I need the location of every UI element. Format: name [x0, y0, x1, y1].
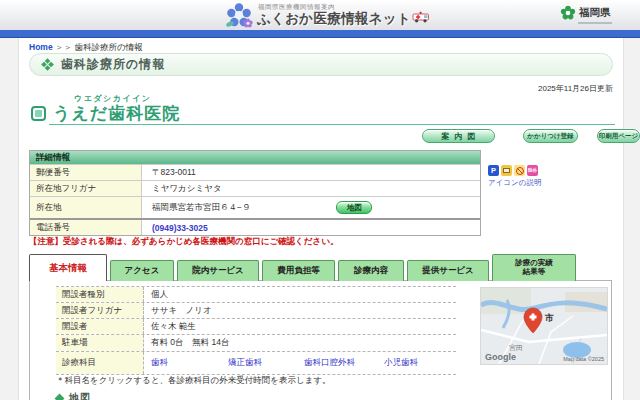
row-label: 開設者フリガナ — [56, 303, 144, 318]
map-town-label: 宮田 — [509, 344, 523, 352]
page-title: 歯科診療所の情報 — [61, 56, 165, 73]
parking-icon: P — [488, 165, 499, 176]
site-logo-flower-icon — [224, 1, 254, 31]
address-value: 福岡県宮若市宮田６４−９ — [152, 202, 250, 214]
row-label: 所在地フリガナ — [30, 181, 142, 196]
basic-info-table: 開設者種別 個人 開設者フリガナ ササキ ノリオ 開設者 佐々木 範生 駐車場 … — [56, 286, 456, 375]
site-title: ふくおか医療情報ネット — [257, 10, 411, 28]
table-row: 開設者種別 個人 — [56, 287, 456, 303]
row-value: 〒823-0011 — [142, 165, 480, 180]
map-city-label: 市 — [544, 313, 554, 323]
row-value: ササキ ノリオ — [144, 303, 456, 318]
table-row: 駐車場 有料 0台 無料 14台 — [56, 335, 456, 352]
detail-info-table: 詳細情報 郵便番号 〒823-0011 所在地フリガナ ミヤワカシミヤタ 所在地… — [29, 150, 481, 236]
dept-link-oral-surgery[interactable]: 歯科口腔外科 — [304, 357, 384, 369]
dept-link-dental[interactable]: 歯科 — [151, 357, 228, 369]
phone-link[interactable]: (0949)33-3025 — [152, 223, 208, 233]
breadcrumb-home-link[interactable]: Home — [29, 42, 53, 52]
table-row: 所在地 福岡県宮若市宮田６４−９ 地図 — [30, 196, 480, 218]
tab-access[interactable]: アクセス — [110, 260, 174, 281]
prescription-icon: 院外 — [527, 165, 538, 176]
row-value: 個人 — [144, 287, 456, 302]
device-icon — [501, 165, 512, 176]
clinic-name: うえだ歯科医院 — [53, 102, 180, 125]
departments-note: ＊科目名をクリックすると、各診療科目の外来受付時間を表示します。 — [56, 375, 331, 387]
pref-flower-icon — [560, 5, 576, 21]
pref-name: 福岡県 — [579, 6, 611, 20]
row-value: 佐々木 範生 — [144, 319, 456, 334]
dept-link-pediatric-dental[interactable]: 小児歯科 — [384, 357, 418, 369]
google-logo: Google — [485, 352, 516, 362]
clinic-underline — [49, 124, 615, 125]
map-button[interactable]: 地図 — [336, 201, 372, 214]
map-section-heading: 地図 — [56, 391, 91, 400]
clinic-name-row: うえだ歯科医院 — [31, 102, 180, 125]
header-blue-bar — [0, 30, 640, 38]
row-label: 所在地 — [30, 197, 142, 218]
tab-costs[interactable]: 費用負担等 — [262, 260, 335, 281]
table-row: 所在地フリガナ ミヤワカシミヤタ — [30, 180, 480, 196]
tab-provided-services[interactable]: 提供サービス — [407, 260, 489, 281]
table-row: 開設者フリガナ ササキ ノリオ — [56, 303, 456, 319]
tab-content-panel: 開設者種別 個人 開設者フリガナ ササキ ノリオ 開設者 佐々木 範生 駐車場 … — [29, 280, 612, 400]
icon-legend-link[interactable]: アイコンの説明 — [488, 178, 541, 188]
table-row: 開設者 佐々木 範生 — [56, 319, 456, 335]
row-value: 有料 0台 無料 14台 — [144, 335, 456, 351]
row-label: 開設者 — [56, 319, 144, 334]
guide-map-button[interactable]: 案内図 — [422, 129, 495, 143]
site-header: 福岡県医療機関情報案内 ふくおか医療情報ネット 福岡県 — [0, 0, 640, 30]
row-label: 駐車場 — [56, 335, 144, 351]
tab-results[interactable]: 診療の実績 結果等 — [492, 254, 576, 281]
service-icons: P 院外 — [488, 165, 540, 176]
kakaritsuke-button[interactable]: かかりつけ登録 — [523, 129, 578, 143]
clinic-bullet-icon — [31, 106, 46, 121]
map-copyright: Map data ©2025 — [563, 356, 604, 362]
section-title-bar: 歯科診療所の情報 — [29, 53, 613, 76]
row-label: 郵便番号 — [30, 165, 142, 180]
detail-table-header: 詳細情報 — [30, 151, 480, 164]
row-value: ミヤワカシミヤタ — [142, 181, 480, 196]
diamond-icon — [55, 393, 65, 400]
tab-in-house-services[interactable]: 院内サービス — [177, 260, 259, 281]
page: 福岡県医療機関情報案内 ふくおか医療情報ネット 福岡県 Home ＞＞ 歯科診療… — [0, 0, 640, 400]
tab-treatment[interactable]: 診療内容 — [338, 260, 404, 281]
notice-text: 【注意】受診される際は、必ずあらかじめ各医療機関の窓口にご確認ください。 — [29, 236, 338, 248]
breadcrumb-separator: ＞＞ — [55, 42, 72, 52]
row-label: 電話番号 — [30, 220, 142, 235]
breadcrumb-current: 歯科診療所の情報 — [74, 42, 142, 52]
print-page-button[interactable]: 印刷用ページ — [597, 129, 640, 143]
tab-basic-info[interactable]: 基本情報 — [29, 254, 107, 281]
embedded-google-map[interactable]: 市 宮田 Google Map data ©2025 — [480, 287, 608, 365]
row-label: 開設者種別 — [56, 287, 144, 302]
table-row-departments: 診療科目 歯科 矯正歯科 歯科口腔外科 小児歯科 — [56, 352, 456, 375]
fukuoka-pref-logo: 福岡県 — [560, 5, 611, 21]
dept-link-orthodontics[interactable]: 矯正歯科 — [228, 357, 304, 369]
main-content: Home ＞＞ 歯科診療所の情報 歯科診療所の情報 2025年11月26日更新 … — [18, 38, 624, 400]
no-smoking-icon — [514, 165, 525, 176]
table-row: 郵便番号 〒823-0011 — [30, 164, 480, 180]
row-label: 診療科目 — [56, 352, 144, 374]
tab-bar: 基本情報 アクセス 院内サービス 費用負担等 診療内容 提供サービス 診療の実績… — [29, 253, 579, 281]
pref-logo-tagline — [578, 22, 612, 24]
ambulance-icon — [412, 11, 430, 23]
table-row: 電話番号 (0949)33-3025 — [30, 218, 480, 235]
diamond-icon — [41, 58, 54, 71]
